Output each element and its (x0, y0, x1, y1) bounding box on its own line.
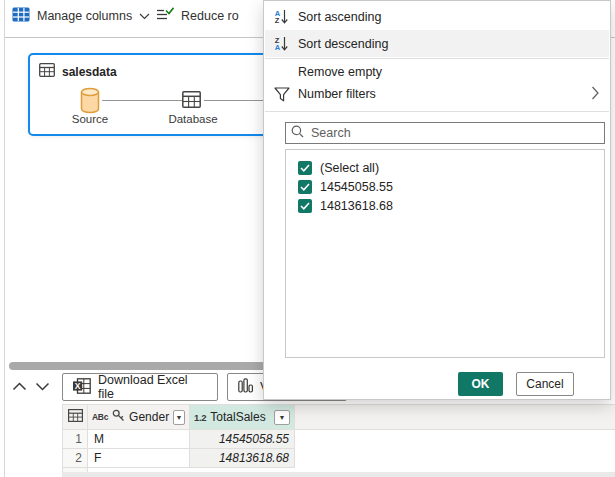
key-icon (112, 409, 125, 425)
download-excel-label: Download Excel file (98, 373, 207, 401)
previous-step-button[interactable] (10, 377, 28, 395)
menu-item-number-filters[interactable]: Number filters (265, 82, 609, 106)
menu-item-label: Sort ascending (298, 10, 381, 24)
cell-totalsales[interactable]: 14813618.68 (190, 449, 295, 468)
column-header-totalsales[interactable]: 1.2 TotalSales ▼ (190, 404, 295, 430)
download-excel-button[interactable]: X Download Excel file (62, 373, 218, 401)
manage-columns-button[interactable]: Manage columns (12, 3, 150, 29)
filter-value-label: 14813618.68 (320, 199, 393, 213)
menu-divider (265, 58, 609, 59)
column-header-gender[interactable]: ABc Gender ▼ (88, 404, 190, 430)
step-connector (102, 100, 182, 101)
column-filter-menu: AZ Sort ascending ZA Sort descending Rem… (263, 0, 611, 400)
cell-gender[interactable]: M (88, 430, 190, 449)
cell-totalsales[interactable]: 14545058.55 (190, 430, 295, 449)
chevron-down-icon (139, 9, 150, 23)
menu-item-sort-ascending[interactable]: AZ Sort ascending (265, 4, 609, 30)
checkbox-checked-icon[interactable] (298, 161, 312, 175)
cancel-button[interactable]: Cancel (516, 372, 574, 396)
ok-button[interactable]: OK (458, 372, 503, 396)
number-type-icon: 1.2 (194, 412, 206, 423)
column-chart-icon (238, 378, 253, 396)
table-icon (39, 63, 55, 80)
column-header-label: TotalSales (210, 410, 265, 424)
filter-value-select-all[interactable]: (Select all) (286, 158, 604, 177)
text-type-icon: ABc (92, 412, 108, 422)
filter-value-item[interactable]: 14813618.68 (286, 196, 604, 215)
reduce-rows-icon (156, 7, 174, 26)
cell-gender[interactable]: F (88, 449, 190, 468)
funnel-icon (272, 87, 291, 102)
query-name-label: salesdata (62, 65, 117, 79)
reduce-rows-label: Reduce ro (181, 9, 239, 23)
row-number[interactable]: 1 (62, 430, 88, 449)
menu-item-label: Sort descending (298, 37, 388, 51)
filter-value-label: (Select all) (320, 161, 379, 175)
filter-value-item[interactable]: 14545058.55 (286, 177, 604, 196)
reduce-rows-button[interactable]: Reduce ro (156, 3, 239, 29)
query-node-header: salesdata (39, 63, 117, 80)
step-label-database: Database (158, 113, 228, 125)
svg-text:X: X (75, 380, 81, 390)
filter-search-box[interactable] (285, 122, 605, 144)
filter-value-list: (Select all) 14545058.55 14813618.68 (285, 149, 605, 358)
table-header-filler (295, 404, 615, 430)
excel-icon: X (73, 378, 91, 397)
next-step-button[interactable] (33, 377, 51, 395)
column-header-label: Gender (129, 410, 169, 424)
checkbox-checked-icon[interactable] (298, 180, 312, 194)
chevron-right-icon (591, 86, 599, 103)
sort-descending-icon: ZA (272, 37, 291, 51)
checkbox-checked-icon[interactable] (298, 199, 312, 213)
table-step-icon[interactable] (182, 91, 201, 112)
table-icon (68, 409, 83, 425)
menu-item-label: Remove empty (298, 65, 382, 79)
power-query-editor: Manage columns Reduce ro salesdata (0, 0, 615, 477)
manage-columns-label: Manage columns (37, 9, 132, 23)
menu-item-label: Number filters (298, 87, 376, 101)
filter-value-label: 14545058.55 (320, 180, 393, 194)
menu-divider (265, 111, 609, 112)
table-horizontal-scrollbar[interactable] (62, 472, 615, 477)
search-icon (291, 124, 304, 142)
search-input[interactable] (309, 125, 599, 141)
step-label-source: Source (55, 113, 125, 125)
column-filter-dropdown-totalsales[interactable]: ▼ (274, 410, 290, 425)
manage-columns-icon (12, 7, 30, 25)
sort-ascending-icon: AZ (272, 10, 291, 24)
column-filter-dropdown-gender[interactable]: ▼ (173, 410, 185, 425)
menu-item-sort-descending[interactable]: ZA Sort descending (265, 30, 609, 57)
menu-item-remove-empty[interactable]: Remove empty (265, 61, 609, 82)
row-number[interactable]: 2 (62, 449, 88, 468)
table-corner-cell[interactable] (62, 404, 88, 430)
